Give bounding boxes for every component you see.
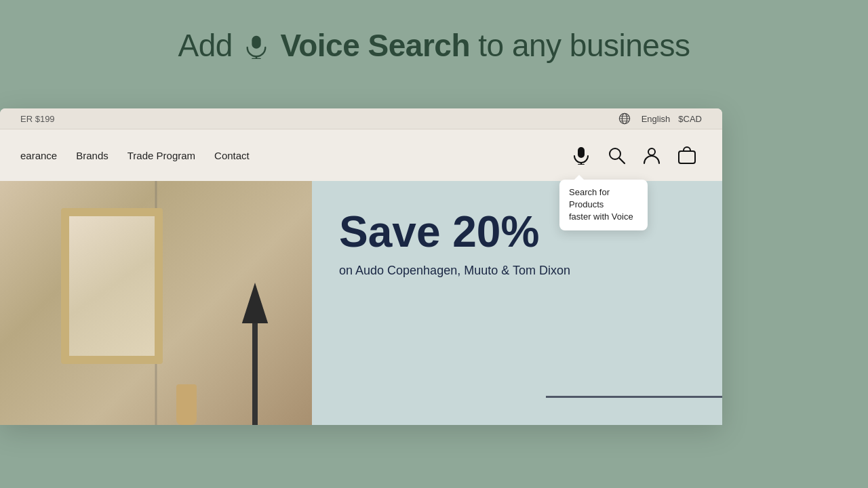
cart-icon xyxy=(677,146,696,165)
svg-rect-14 xyxy=(679,151,695,163)
mirror-decoration xyxy=(61,208,163,364)
left-image-panel xyxy=(0,181,312,425)
nav-item-brands[interactable]: Brands xyxy=(76,150,108,161)
nav-icons: Search for Products faster with Voice xyxy=(566,140,702,170)
promo-panel: Save 20% on Audo Copenhagen, Muuto & Tom… xyxy=(312,181,722,425)
nav-links: earance Brands Trade Program Contact xyxy=(20,150,250,161)
banner-voice-search: Voice Search xyxy=(280,28,470,63)
promo-banner-text: ER $199 xyxy=(20,114,55,124)
nav-item-clearance[interactable]: earance xyxy=(20,150,57,161)
mic-button-wrapper: Search for Products faster with Voice xyxy=(566,140,596,170)
promo-product-image xyxy=(546,289,722,425)
promo-subtext: on Audo Copenhagen, Muuto & Tom Dixon xyxy=(339,264,695,278)
utility-right: English $CAD xyxy=(618,113,702,125)
browser-window: ER $199 English $CAD earance Brands Trad… xyxy=(0,108,722,425)
room-image xyxy=(0,181,312,425)
account-icon xyxy=(642,146,661,165)
svg-point-11 xyxy=(610,148,620,159)
candlestick-decoration xyxy=(252,323,258,425)
mic-banner-icon xyxy=(243,33,269,59)
top-banner: Add Voice Search to any business xyxy=(0,0,868,98)
utility-bar: ER $199 English $CAD xyxy=(0,108,722,129)
account-button[interactable] xyxy=(637,140,667,170)
main-nav: earance Brands Trade Program Contact xyxy=(0,129,722,181)
shelf-visual xyxy=(546,289,722,425)
globe-icon xyxy=(618,113,631,125)
svg-rect-0 xyxy=(252,36,261,49)
search-icon xyxy=(607,146,626,165)
language-selector[interactable]: English xyxy=(642,114,671,124)
voice-search-tooltip: Search for Products faster with Voice xyxy=(559,180,648,230)
currency-selector[interactable]: $CAD xyxy=(678,114,702,124)
cart-button[interactable] xyxy=(672,140,702,170)
microphone-icon xyxy=(572,146,591,165)
banner-prefix: Add xyxy=(178,28,233,63)
search-button[interactable] xyxy=(601,140,631,170)
svg-line-12 xyxy=(620,159,625,164)
voice-search-button[interactable] xyxy=(566,140,596,170)
nav-item-trade[interactable]: Trade Program xyxy=(127,150,195,161)
svg-point-13 xyxy=(648,148,655,155)
svg-rect-8 xyxy=(578,147,585,158)
nav-item-contact[interactable]: Contact xyxy=(214,150,250,161)
vase-decoration xyxy=(176,384,197,425)
banner-heading: Add Voice Search to any business xyxy=(14,27,854,64)
